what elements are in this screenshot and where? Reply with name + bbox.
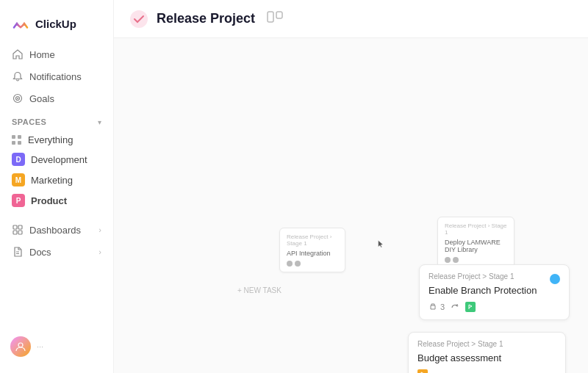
- svg-rect-6: [18, 231, 22, 234]
- nav-notifications[interactable]: Notifications: [6, 66, 107, 87]
- card1-footer: 3: [429, 302, 560, 312]
- space-development-label: Development: [31, 154, 87, 165]
- mini-card-meta: [287, 261, 338, 267]
- space-everything-label: Everything: [28, 134, 73, 145]
- docs-label: Docs: [29, 247, 51, 258]
- development-avatar: D: [12, 153, 25, 166]
- chevron-right-icon: ›: [98, 225, 101, 234]
- sidebar-item-everything[interactable]: Everything: [6, 131, 107, 149]
- card2-footer: [417, 369, 556, 373]
- card2-breadcrumb: Release Project > Stage 1: [417, 340, 556, 348]
- grid-icon: [12, 135, 22, 145]
- home-icon: [12, 48, 24, 60]
- sidebar-item-product[interactable]: P Product: [6, 190, 107, 211]
- svg-rect-5: [13, 231, 17, 234]
- sidebar-item-development[interactable]: D Development: [6, 149, 107, 170]
- nav-dashboards[interactable]: Dashboards ›: [6, 220, 107, 240]
- svg-rect-4: [18, 225, 22, 229]
- mini-card-deploy-title: Deploy LAMWARE DIY Library: [445, 239, 507, 253]
- docs-icon: [12, 246, 24, 258]
- mini-card-deploy-meta: [445, 257, 507, 263]
- nav-docs[interactable]: Docs ›: [6, 242, 107, 262]
- user-avatar[interactable]: [10, 336, 31, 357]
- user-menu-dots[interactable]: ···: [37, 342, 43, 351]
- mini-card-api[interactable]: Release Project › Stage 1 API Integratio…: [279, 228, 345, 272]
- page-title: Release Project: [157, 11, 255, 26]
- dashboards-label: Dashboards: [29, 225, 81, 236]
- main-content: Release Project Release Project › Stage …: [114, 0, 588, 373]
- sidebar-bottom: Dashboards › Docs ›: [0, 220, 113, 262]
- dashboard-icon: [12, 224, 24, 236]
- mini-card-breadcrumb: Release Project › Stage 1: [287, 233, 338, 247]
- repeat-icon: [451, 303, 459, 311]
- card1-count-label: 3: [440, 303, 445, 311]
- marketing-avatar: M: [12, 173, 25, 186]
- card1-count: 3: [429, 303, 445, 311]
- logo[interactable]: ClickUp: [0, 9, 113, 44]
- sidebar: ClickUp Home Notifications: [0, 0, 114, 373]
- spaces-header[interactable]: Spaces ▾: [0, 109, 113, 131]
- logo-text: ClickUp: [35, 18, 76, 30]
- card1-flag: [465, 302, 476, 312]
- chevron-right-docs-icon: ›: [98, 247, 101, 256]
- space-marketing-label: Marketing: [31, 175, 73, 186]
- task-card-branch[interactable]: Release Project > Stage 1 Enable Branch …: [419, 264, 570, 320]
- svg-point-10: [130, 10, 148, 28]
- nav-home[interactable]: Home: [6, 44, 107, 65]
- card2-title: Budget assessment: [417, 352, 556, 363]
- bell-icon: [12, 70, 24, 82]
- card1-breadcrumb: Release Project > Stage 1: [429, 272, 560, 280]
- clickup-logo-icon: [10, 13, 31, 34]
- sidebar-footer: ···: [0, 329, 113, 364]
- mini-card-deploy-breadcrumb: Release Project › Stage 1: [445, 222, 507, 236]
- project-icon: [129, 9, 149, 29]
- svg-rect-12: [276, 12, 282, 18]
- card1-title: Enable Branch Protection: [429, 285, 560, 296]
- mini-card-title: API Integration: [287, 250, 338, 257]
- sidebar-item-marketing[interactable]: M Marketing: [6, 170, 107, 190]
- svg-rect-3: [13, 225, 17, 229]
- svg-rect-11: [268, 12, 273, 22]
- main-nav: Home Notifications Goals: [0, 44, 113, 109]
- board-view-icon[interactable]: [267, 11, 283, 27]
- cursor: [377, 240, 384, 247]
- target-icon: [12, 93, 24, 104]
- svg-point-9: [18, 343, 23, 347]
- nav-home-label: Home: [29, 49, 55, 60]
- chevron-down-icon: ▾: [98, 118, 101, 126]
- svg-point-2: [17, 98, 18, 99]
- product-avatar: P: [12, 194, 25, 207]
- mini-card-deploy[interactable]: Release Project › Stage 1 Deploy LAMWARE…: [437, 217, 514, 269]
- nav-notifications-label: Notifications: [29, 71, 82, 82]
- task-card-budget[interactable]: Release Project > Stage 1 Budget assessm…: [408, 332, 566, 373]
- page-header: Release Project: [114, 0, 588, 38]
- nav-goals-label: Goals: [29, 93, 54, 104]
- space-product-label: Product: [31, 195, 67, 206]
- nav-goals[interactable]: Goals: [6, 88, 107, 109]
- card2-flag: [417, 369, 428, 373]
- new-task-left[interactable]: + NEW TASK: [237, 286, 282, 294]
- canvas-area: Release Project › Stage 1 API Integratio…: [114, 38, 588, 373]
- spaces-label: Spaces: [12, 117, 46, 126]
